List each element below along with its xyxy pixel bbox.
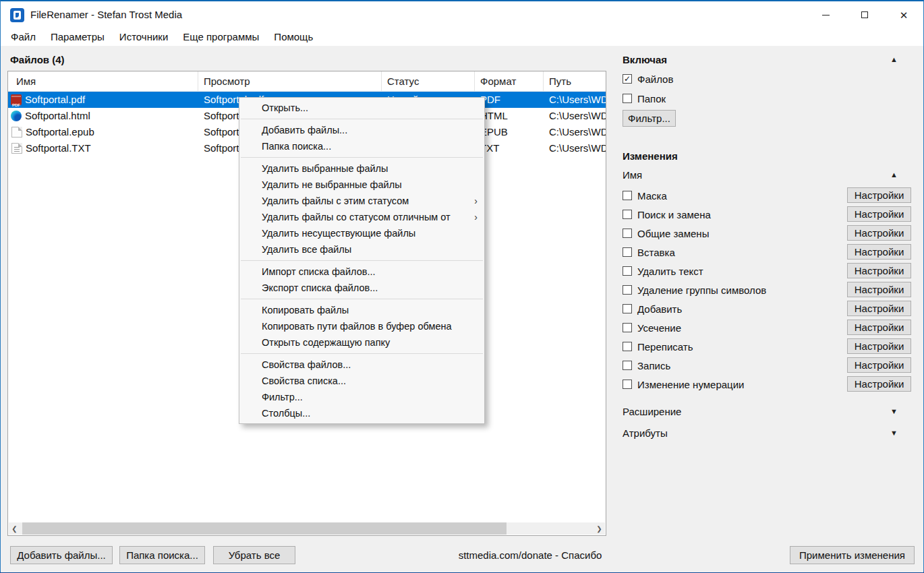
- column-header-4[interactable]: Путь: [544, 71, 606, 91]
- scroll-right-arrow-icon[interactable]: ❯: [594, 522, 605, 535]
- menubar-item-4[interactable]: Помощь: [266, 28, 320, 46]
- checkbox-unchecked-icon[interactable]: [623, 285, 632, 295]
- menu-item-label: Фильтр...: [262, 392, 303, 402]
- settings-button[interactable]: Настройки: [847, 225, 911, 241]
- settings-button[interactable]: Настройки: [847, 187, 911, 203]
- collapse-arrow-icon[interactable]: ▲: [890, 171, 898, 179]
- context-menu-item[interactable]: Экспорт списка файлов...: [239, 280, 484, 296]
- checkbox-unchecked-icon[interactable]: [623, 94, 632, 103]
- context-menu-item[interactable]: Удалить все файлы: [239, 241, 484, 258]
- menubar-item-1[interactable]: Параметры: [43, 28, 112, 46]
- scroll-left-arrow-icon[interactable]: ❮: [9, 522, 20, 535]
- checkbox-unchecked-icon[interactable]: [623, 266, 632, 276]
- app-window: FileRenamer - Stefan Trost Media ✕ ФайлП…: [0, 0, 924, 573]
- context-menu-item[interactable]: Открыть содержащую папку: [239, 334, 484, 351]
- checkbox-unchecked-icon[interactable]: [623, 210, 632, 219]
- option-label: Маска: [637, 190, 667, 202]
- option-label: Общие замены: [637, 228, 709, 239]
- context-menu-item[interactable]: Свойства файлов...: [239, 357, 484, 373]
- menu-item-label: Удалить выбранные файлы: [262, 163, 388, 174]
- checkbox-unchecked-icon[interactable]: [623, 380, 632, 389]
- context-menu-item[interactable]: Удалить файлы со статусом отличным от›: [239, 209, 484, 225]
- context-menu-item[interactable]: Копировать файлы: [239, 302, 484, 318]
- checkbox-unchecked-icon[interactable]: [623, 229, 632, 238]
- apply-changes-button[interactable]: Применить изменения: [790, 546, 915, 564]
- menubar-item-3[interactable]: Еще программы: [175, 28, 266, 46]
- menubar-item-0[interactable]: Файл: [3, 28, 43, 46]
- context-menu-item[interactable]: Удалить файлы с этим статусом›: [239, 193, 484, 209]
- settings-button[interactable]: Настройки: [847, 244, 911, 260]
- add-files-button[interactable]: Добавить файлы...: [10, 546, 113, 564]
- files-count-label: Файлов (4): [10, 54, 65, 65]
- app-logo-icon: [10, 8, 24, 22]
- scrollbar-thumb[interactable]: [22, 522, 507, 535]
- filter-button[interactable]: Фильтр...: [623, 110, 676, 127]
- submenu-arrow-icon: ›: [474, 193, 478, 209]
- context-menu-item[interactable]: Добавить файлы...: [239, 122, 484, 138]
- collapse-arrow-icon[interactable]: ▲: [890, 55, 898, 63]
- horizontal-scrollbar[interactable]: ❮ ❯: [9, 522, 605, 535]
- menu-item-label: Открыть содержащую папку: [262, 337, 390, 348]
- rename-option-row: Добавить: [623, 302, 682, 315]
- context-menu-item[interactable]: Импорт списка файлов...: [239, 264, 484, 280]
- expand-arrow-icon[interactable]: ▼: [890, 429, 898, 437]
- checkbox-unchecked-icon[interactable]: [623, 304, 632, 313]
- scrollbar-track[interactable]: [20, 522, 594, 535]
- menu-item-label: Удалить все файлы: [262, 244, 351, 255]
- context-menu-item[interactable]: Открыть...: [239, 100, 484, 116]
- context-menu-item[interactable]: Удалить выбранные файлы: [239, 160, 484, 177]
- file-path: C:\Users\WDA: [544, 108, 606, 124]
- context-menu-item[interactable]: Удалить не выбранные файлы: [239, 177, 484, 193]
- settings-button[interactable]: Настройки: [847, 357, 911, 373]
- menu-separator: [241, 353, 483, 354]
- column-header-1[interactable]: Просмотр: [198, 71, 382, 91]
- settings-button[interactable]: Настройки: [847, 338, 911, 354]
- rename-option-row: Запись: [623, 359, 670, 372]
- menu-separator: [241, 157, 483, 158]
- include-checkbox-row: ✓Файлов: [623, 72, 673, 86]
- context-menu-item[interactable]: Копировать пути файлов в буфер обмена: [239, 318, 484, 334]
- column-header-0[interactable]: Имя: [8, 71, 198, 91]
- rename-option-row: Усечение: [623, 321, 681, 334]
- context-menu-item[interactable]: Фильтр...: [239, 389, 484, 405]
- option-label: Запись: [637, 360, 670, 371]
- expand-arrow-icon[interactable]: ▼: [890, 407, 898, 415]
- file-name: Softportal.pdf: [25, 92, 85, 108]
- checkbox-label: Папок: [637, 93, 666, 104]
- rename-option-row: Поиск и замена: [623, 208, 711, 221]
- menu-item-label: Столбцы...: [262, 408, 310, 419]
- checkbox-checked-icon[interactable]: ✓: [623, 74, 632, 84]
- settings-button[interactable]: Настройки: [847, 301, 911, 316]
- context-menu-item[interactable]: Удалить несуществующие файлы: [239, 225, 484, 241]
- settings-button[interactable]: Настройки: [847, 376, 911, 392]
- menubar-item-2[interactable]: Источники: [112, 28, 175, 46]
- rename-option-row: Общие замены: [623, 227, 709, 240]
- checkbox-unchecked-icon[interactable]: [623, 323, 632, 332]
- option-label: Удалить текст: [637, 266, 703, 277]
- context-menu-item[interactable]: Свойства списка...: [239, 373, 484, 389]
- settings-button[interactable]: Настройки: [847, 206, 911, 222]
- window-title: FileRenamer - Stefan Trost Media: [30, 9, 182, 20]
- menu-item-label: Добавить файлы...: [262, 125, 347, 135]
- checkbox-unchecked-icon[interactable]: [623, 342, 632, 351]
- file-path: C:\Users\WDA: [544, 124, 606, 140]
- search-folder-button[interactable]: Папка поиска...: [119, 546, 205, 564]
- column-header-3[interactable]: Формат: [475, 71, 544, 91]
- settings-button[interactable]: Настройки: [847, 320, 911, 335]
- menu-item-label: Свойства списка...: [262, 375, 346, 386]
- menu-item-label: Удалить файлы со статусом отличным от: [262, 212, 451, 222]
- submenu-arrow-icon: ›: [474, 209, 478, 225]
- context-menu-item[interactable]: Папка поиска...: [239, 138, 484, 154]
- menu-item-label: Папка поиска...: [262, 141, 331, 152]
- menu-separator: [241, 299, 483, 299]
- settings-button[interactable]: Настройки: [847, 282, 911, 297]
- checkbox-unchecked-icon[interactable]: [623, 191, 632, 200]
- section-title-extension: Расширение: [623, 406, 681, 417]
- context-menu-item[interactable]: Столбцы...: [239, 405, 484, 421]
- column-header-2[interactable]: Статус: [382, 71, 475, 91]
- menu-item-label: Копировать пути файлов в буфер обмена: [262, 321, 452, 332]
- checkbox-unchecked-icon[interactable]: [623, 361, 632, 370]
- remove-all-button[interactable]: Убрать все: [213, 546, 295, 564]
- checkbox-unchecked-icon[interactable]: [623, 247, 632, 257]
- settings-button[interactable]: Настройки: [847, 263, 911, 278]
